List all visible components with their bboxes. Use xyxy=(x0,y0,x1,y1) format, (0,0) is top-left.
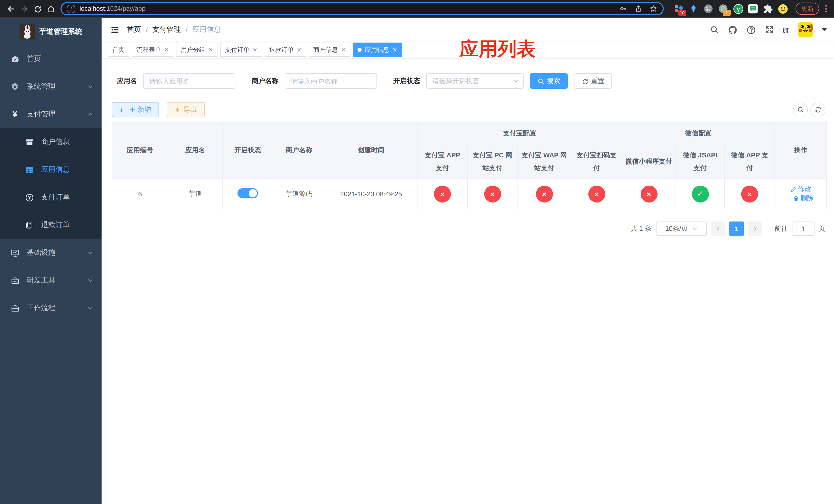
annotation-overlay-text: 应用列表 xyxy=(460,37,535,62)
close-icon[interactable]: ✕ xyxy=(208,47,213,52)
breadcrumb-payment[interactable]: 支付管理 xyxy=(152,25,181,35)
close-icon[interactable]: ✕ xyxy=(297,47,301,52)
merchant-name-input[interactable] xyxy=(285,73,377,89)
extension-recorder-icon[interactable]: 1 xyxy=(718,3,729,14)
help-icon[interactable] xyxy=(746,25,756,35)
back-icon[interactable] xyxy=(4,2,18,15)
fullscreen-icon[interactable] xyxy=(765,25,774,35)
hamburger-icon[interactable] xyxy=(110,25,119,35)
sidebar-item-app-info[interactable]: 应用信息 xyxy=(0,156,102,184)
close-icon[interactable]: ✕ xyxy=(253,47,257,52)
chevron-right-icon xyxy=(752,226,758,231)
sidebar-item-label: 首页 xyxy=(27,54,41,64)
extension-emoji-icon[interactable] xyxy=(777,3,788,14)
col-header-app-id: 应用编号 xyxy=(112,122,168,179)
url-text: localhost:1024/pay/app xyxy=(80,5,146,12)
avatar[interactable] xyxy=(797,22,813,38)
page-number-active[interactable]: 1 xyxy=(729,222,744,236)
sidebar-item-merchant-info[interactable]: 商户信息 xyxy=(0,128,102,156)
app-title: 芋道管理系统 xyxy=(39,27,82,36)
cell-app-id: 6 xyxy=(112,179,168,209)
app-logo[interactable]: 芋道管理系统 xyxy=(0,18,102,45)
tab-home[interactable]: 首页 xyxy=(108,43,129,57)
col-header-created: 创建时间 xyxy=(325,122,417,179)
sidebar-item-label: 应用信息 xyxy=(41,165,70,174)
breadcrumb: 首页 / 支付管理 / 应用信息 xyxy=(127,25,221,35)
browser-menu-icon[interactable] xyxy=(822,5,830,12)
refresh-button[interactable] xyxy=(810,102,825,117)
extension-badge: 1 xyxy=(723,10,731,16)
add-button[interactable]: + 新增 xyxy=(112,102,159,117)
sidebar-item-label: 支付管理 xyxy=(27,110,56,119)
edit-pencil-icon xyxy=(790,186,796,192)
group-header-wechat: 微信配置 xyxy=(622,122,775,145)
pagination: 共 1 条 10条/页 1 前往 页 xyxy=(112,222,825,236)
status-wx-jsapi: ✓ xyxy=(692,185,708,202)
search-button[interactable]: 搜索 xyxy=(530,73,568,89)
breadcrumb-home[interactable]: 首页 xyxy=(127,25,141,35)
github-icon[interactable] xyxy=(728,25,738,35)
bookmark-star-icon[interactable] xyxy=(649,5,658,13)
reset-button[interactable]: 重置 xyxy=(574,73,612,89)
extension-chat-icon[interactable] xyxy=(747,3,759,14)
status-select[interactable]: 请选择开启状态 xyxy=(426,73,524,89)
home-icon[interactable] xyxy=(44,2,58,15)
font-size-icon[interactable]: tT xyxy=(783,25,789,34)
address-bar[interactable]: i localhost:1024/pay/app xyxy=(61,2,664,15)
svg-text:y: y xyxy=(737,5,740,12)
prev-page-button[interactable] xyxy=(711,222,725,236)
next-page-button[interactable] xyxy=(748,222,762,236)
extension-balloon-icon[interactable] xyxy=(688,3,699,14)
chrome-update-button[interactable]: 更新 xyxy=(795,3,819,15)
chevron-down-icon xyxy=(87,305,93,311)
apps-table: 应用编号 应用名 开启状态 商户名称 创建时间 支付宝配置 微信配置 操作 支付… xyxy=(112,122,827,209)
sidebar-item-payment[interactable]: ¥ 支付管理 xyxy=(0,100,102,128)
status-wx-lite: × xyxy=(640,185,657,202)
tab-pay-orders[interactable]: 支付订单✕ xyxy=(220,43,262,57)
sidebar-item-pay-orders[interactable]: 支付订单 xyxy=(0,184,102,211)
goto-page-input[interactable] xyxy=(792,222,814,236)
close-icon[interactable]: ✕ xyxy=(164,47,169,52)
tab-merchant-info[interactable]: 商户信息✕ xyxy=(309,43,350,57)
toggle-search-button[interactable] xyxy=(793,102,808,117)
sidebar-item-system[interactable]: 系统管理 xyxy=(0,73,102,100)
cell-app-name: 芋道 xyxy=(168,179,222,209)
tab-refund-orders[interactable]: 退款订单✕ xyxy=(264,43,306,57)
active-dot xyxy=(357,48,361,52)
goto-label: 前往 xyxy=(774,224,788,233)
refresh-icon xyxy=(581,78,588,84)
app-name-input[interactable] xyxy=(143,73,236,89)
extension-blocks-icon[interactable]: 10 xyxy=(673,3,684,14)
edit-link[interactable]: 修改 xyxy=(790,185,811,194)
sidebar-item-workflow[interactable]: 工作流程 xyxy=(0,294,102,322)
sidebar-item-refund-orders[interactable]: 退款订单 xyxy=(0,211,102,239)
page-size-select[interactable]: 10条/页 xyxy=(656,222,707,236)
sidebar-item-dev-tools[interactable]: 研发工具 xyxy=(0,267,102,294)
tab-user-group[interactable]: 用户分组✕ xyxy=(176,43,218,57)
extension-command-icon[interactable]: ⌘ xyxy=(703,3,714,14)
extension-puzzle-icon[interactable] xyxy=(762,3,773,14)
site-info-icon[interactable]: i xyxy=(67,4,75,13)
tab-app-info[interactable]: 应用信息✕ xyxy=(353,43,402,57)
reload-icon[interactable] xyxy=(31,2,44,15)
status-label: 开启状态 xyxy=(393,76,420,86)
status-toggle[interactable] xyxy=(238,188,258,198)
screen: i localhost:1024/pay/app 10 ⌘ xyxy=(0,0,834,504)
tab-process-form[interactable]: 流程表单✕ xyxy=(132,43,173,57)
close-icon[interactable]: ✕ xyxy=(392,47,397,52)
close-icon[interactable]: ✕ xyxy=(341,47,346,52)
sidebar-item-infrastructure[interactable]: 基础设施 xyxy=(0,239,102,267)
delete-link[interactable]: 删除 xyxy=(793,194,814,203)
documents-icon xyxy=(25,221,34,229)
password-key-icon[interactable] xyxy=(619,5,627,13)
avatar-caret-icon[interactable] xyxy=(822,28,827,31)
dashboard-icon xyxy=(10,54,20,63)
header-search-icon[interactable] xyxy=(710,25,719,35)
table-row: 6 芋道 芋道源码 2021-10-23 08:49:25 × × × × × … xyxy=(112,179,827,209)
sidebar-item-label: 系统管理 xyxy=(27,82,56,91)
share-icon[interactable] xyxy=(635,5,642,13)
export-button[interactable]: 导出 xyxy=(167,102,204,117)
extension-y-icon[interactable]: y xyxy=(732,3,744,14)
forward-icon[interactable] xyxy=(18,2,31,15)
sidebar-item-home[interactable]: 首页 xyxy=(0,45,102,73)
